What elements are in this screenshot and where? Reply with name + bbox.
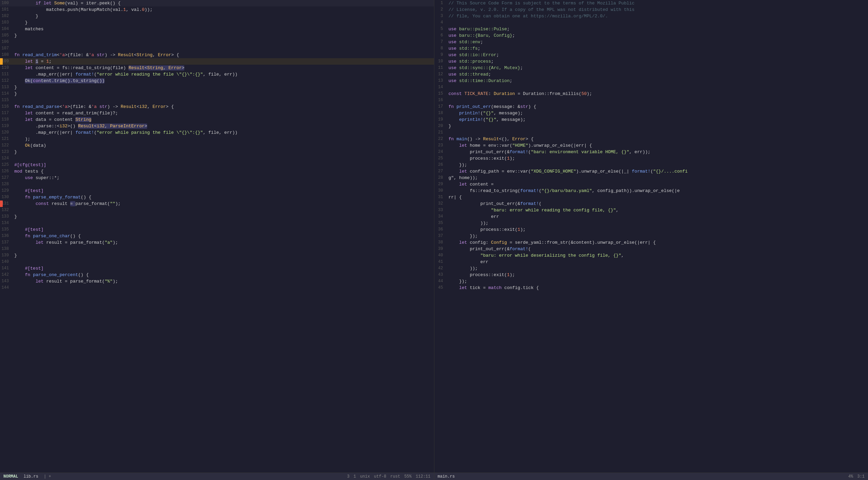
table-row[interactable]: 128 (0, 181, 434, 188)
table-row[interactable]: 36 process::exit(1); (434, 226, 868, 233)
table-row[interactable]: 109 let i = 1; (0, 58, 434, 65)
table-row[interactable]: 142 fn parse_one_percent() { (0, 272, 434, 278)
table-row[interactable]: 4 (434, 19, 868, 26)
table-row[interactable]: 116fn read_and_parse<'a>(file: &'a str) … (0, 103, 434, 110)
table-row[interactable]: 143 let result = parse_format("%"); (0, 278, 434, 285)
table-row[interactable]: 35 )); (434, 220, 868, 226)
table-row[interactable]: 136 fn parse_one_char() { (0, 233, 434, 239)
table-row[interactable]: 102 } (0, 13, 434, 19)
table-row[interactable]: 16 (434, 97, 868, 103)
table-row[interactable]: 138 (0, 246, 434, 252)
left-code-area[interactable]: 100 if let Some(val) = iter.peek() {101 … (0, 0, 434, 473)
table-row[interactable]: 41 err (434, 259, 868, 265)
table-row[interactable]: 133} (0, 213, 434, 220)
table-row[interactable]: 40 "baru: error while deserializing the … (434, 252, 868, 259)
table-row[interactable]: 108fn read_and_trim<'a>(file: &'a str) -… (0, 52, 434, 58)
table-row[interactable]: 15const TICK_RATE: Duration = Duration::… (434, 91, 868, 97)
table-row[interactable]: 13use std::time::Duration; (434, 78, 868, 84)
table-row[interactable]: 38 let config: Config = serde_yaml::from… (434, 239, 868, 246)
table-row[interactable]: 106 (0, 39, 434, 45)
right-code-area[interactable]: 1// This Source Code Form is subject to … (434, 0, 868, 473)
table-row[interactable]: 112 Ok(content.trim().to_string()) (0, 78, 434, 84)
table-row[interactable]: 17fn print_out_err(message: &str) { (434, 103, 868, 110)
table-row[interactable]: 111 .map_err(|err| format!("error while … (0, 71, 434, 78)
line-content: }); (449, 233, 866, 239)
table-row[interactable]: 131 const result = parse_format(""); (0, 201, 434, 207)
line-content: g", home)); (449, 175, 866, 181)
table-row[interactable]: 2// License, v. 2.0. If a copy of the MP… (434, 6, 868, 13)
table-row[interactable]: 140 (0, 259, 434, 265)
table-row[interactable]: 9use std::io::Error; (434, 52, 868, 58)
table-row[interactable]: 27 let config_path = env::var("XDG_CONFI… (434, 168, 868, 175)
table-row[interactable]: 119 .parse::<i32>() Result<i32, ParseInt… (0, 123, 434, 129)
table-row[interactable]: 124 (0, 155, 434, 162)
table-row[interactable]: 122 Ok(data) (0, 142, 434, 149)
table-row[interactable]: 130 fn parse_empty_format() { (0, 194, 434, 201)
table-row[interactable]: 34 err (434, 213, 868, 220)
table-row[interactable]: 141 #[test] (0, 265, 434, 272)
table-row[interactable]: 132 (0, 207, 434, 213)
table-row[interactable]: 37 }); (434, 233, 868, 239)
table-row[interactable]: 1// This Source Code Form is subject to … (434, 0, 868, 6)
table-row[interactable]: 5use baru::pulse::Pulse; (434, 26, 868, 32)
table-row[interactable]: 18 println!("{}", message); (434, 110, 868, 116)
table-row[interactable]: 7use std::env; (434, 39, 868, 45)
table-row[interactable]: 127 use super::*; (0, 175, 434, 181)
table-row[interactable]: 10use std::process; (434, 58, 868, 65)
table-row[interactable]: 45 let tick = match config.tick { (434, 285, 868, 291)
table-row[interactable]: 115 (0, 97, 434, 103)
table-row[interactable]: 107 (0, 45, 434, 52)
table-row[interactable]: 113} (0, 84, 434, 91)
table-row[interactable]: 123} (0, 149, 434, 155)
table-row[interactable]: 121 ); (0, 136, 434, 142)
table-row[interactable]: 6use baru::{Baru, Config}; (434, 32, 868, 39)
table-row[interactable]: 103 } (0, 19, 434, 26)
table-row[interactable]: 105} (0, 32, 434, 39)
table-row[interactable]: 139} (0, 252, 434, 259)
table-row[interactable]: 22fn main() -> Result<(), Error> { (434, 136, 868, 142)
table-row[interactable]: 43 process::exit(1); (434, 272, 868, 278)
table-row[interactable]: 44 }); (434, 278, 868, 285)
table-row[interactable]: 110 let content = fs::read_to_string(fil… (0, 65, 434, 71)
table-row[interactable]: 29 let content = (434, 181, 868, 188)
table-row[interactable]: 126mod tests { (0, 168, 434, 175)
line-content: use std::io::Error; (449, 52, 866, 58)
table-row[interactable]: 114} (0, 91, 434, 97)
table-row[interactable]: 100 if let Some(val) = iter.peek() { (0, 0, 434, 6)
table-row[interactable]: 129 #[test] (0, 188, 434, 194)
table-row[interactable]: 104 matches (0, 26, 434, 32)
table-row[interactable]: 39 print_out_err(&format!( (434, 246, 868, 252)
table-row[interactable]: 144 (0, 285, 434, 291)
table-row[interactable]: 120 .map_err(|err| format!("error while … (0, 129, 434, 136)
table-row[interactable]: 20} (434, 123, 868, 129)
table-row[interactable]: 8use std::fs; (434, 45, 868, 52)
table-row[interactable]: 31rr| { (434, 194, 868, 201)
table-row[interactable]: 28g", home)); (434, 175, 868, 181)
table-row[interactable]: 137 let result = parse_format("a"); (0, 239, 434, 246)
table-row[interactable]: 32 print_out_err(&format!( (434, 201, 868, 207)
table-row[interactable]: 14 (434, 84, 868, 91)
table-row[interactable]: 23 let home = env::var("HOME").unwrap_or… (434, 142, 868, 149)
table-row[interactable]: 11use std::sync::{Arc, Mutex}; (434, 65, 868, 71)
table-row[interactable]: 19 eprintln!("{}", message); (434, 116, 868, 123)
table-row[interactable]: 12use std::thread; (434, 71, 868, 78)
table-row[interactable]: 21 (434, 129, 868, 136)
table-row[interactable]: 42 )); (434, 265, 868, 272)
table-row[interactable]: 117 let content = read_and_trim(file)?; (0, 110, 434, 116)
table-row[interactable]: 24 print_out_err(&format!("baru: environ… (434, 149, 868, 155)
line-number: 115 (0, 97, 14, 103)
table-row[interactable]: 26 }); (434, 162, 868, 168)
table-row[interactable]: 30 fs::read_to_string(format!("{}/baru/b… (434, 188, 868, 194)
table-row[interactable]: 25 process::exit(1); (434, 155, 868, 162)
left-encoding: unix (360, 474, 370, 479)
table-row[interactable]: 33 "baru: error while reading the config… (434, 207, 868, 213)
line-number: 110 (0, 65, 14, 71)
table-row[interactable]: 118 let data = content String (0, 116, 434, 123)
table-row[interactable]: 101 matches.push(MarkupMatch(val.1, val.… (0, 6, 434, 13)
table-row[interactable]: 125#[cfg(test)] (0, 162, 434, 168)
table-row[interactable]: 135 #[test] (0, 226, 434, 233)
table-row[interactable]: 134 (0, 220, 434, 226)
line-content: mod tests { (14, 168, 431, 175)
table-row[interactable]: 3// file, You can obtain one at https://… (434, 13, 868, 19)
line-content: rr| { (449, 194, 866, 201)
